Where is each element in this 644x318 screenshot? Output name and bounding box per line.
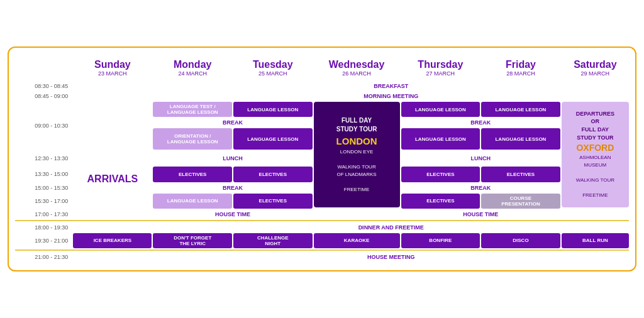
time-1500: 15:00 - 15:30 <box>15 184 72 192</box>
time-1230: 12:30 - 13:30 <box>15 151 72 165</box>
cell-fri-1530: COURSEPRESENTATION <box>481 194 560 209</box>
separator-cell <box>15 220 629 222</box>
day-header-friday: Friday 28 MARCH <box>481 57 560 80</box>
time-1330: 13:30 - 15:00 <box>15 167 72 182</box>
cell-tue-0900: LANGUAGE LESSON <box>233 102 313 117</box>
day-header-wednesday: Wednesday 26 MARCH <box>314 57 400 80</box>
cell-wed-1700 <box>314 210 400 219</box>
break-1030: BREAK <box>153 118 312 127</box>
row-1700: 17:00 - 17:30 HOUSE TIME HOUSE TIME <box>15 210 629 219</box>
day-name-thursday: Thursday <box>402 59 479 70</box>
day-date-thursday: 27 MARCH <box>402 70 479 77</box>
separator-cell-2 <box>15 249 629 251</box>
day-name-wednesday: Wednesday <box>315 59 399 70</box>
cell-mon-1100: ORIENTATION /LANGUAGE LESSON <box>153 128 232 149</box>
time-2100: 21:00 - 21:30 <box>15 253 72 261</box>
wed-sub: LONDON EYEWALKING TOUROF LNADMARKSFREETI… <box>316 148 398 194</box>
header-row: Sunday 23 MARCH Monday 24 MARCH Tuesday … <box>15 57 629 80</box>
day-header-tuesday: Tuesday 25 MARCH <box>233 57 313 80</box>
day-date-saturday: 29 MARCH <box>563 70 628 77</box>
time-0845: 08:45 - 09:00 <box>15 92 72 101</box>
day-header-monday: Monday 24 MARCH <box>153 57 232 80</box>
wed-city: LONDON <box>316 136 398 146</box>
cell-fri-1100: LANGUAGE LESSON <box>481 128 560 149</box>
cell-tue-challenge: CHALLENGENIGHT <box>233 233 313 248</box>
row-2100: 21:00 - 21:30 HOUSE MEETING <box>15 253 629 261</box>
housetime-1700-left: HOUSE TIME <box>153 210 312 219</box>
cell-sun-0845 <box>73 92 152 101</box>
cell-thu-1330: ELECTIVES <box>401 167 480 182</box>
cell-fri-0900: LANGUAGE LESSON <box>481 102 560 117</box>
lunch-1230-thu: LUNCH <box>401 151 560 165</box>
day-header-thursday: Thursday 27 MARCH <box>401 57 480 80</box>
cell-sun-2100 <box>73 253 152 261</box>
cell-sun-1700 <box>73 210 152 219</box>
cell-thu-0900: LANGUAGE LESSON <box>401 102 480 117</box>
day-date-sunday: 23 MARCH <box>74 70 150 77</box>
cell-sun-0900 <box>73 102 152 149</box>
cell-thu-1100: LANGUAGE LESSON <box>401 128 480 149</box>
cell-sat-ballrun: BALL RUN <box>562 233 629 248</box>
row-1930: 19:30 - 21:00 ICE BREAKERS DON'T FORGETT… <box>15 233 629 248</box>
time-1530: 15:30 - 17:00 <box>15 194 72 209</box>
dinner-freetime-label: DINNER AND FREETIME <box>153 223 629 232</box>
day-header-sunday: Sunday 23 MARCH <box>73 57 152 80</box>
day-date-wednesday: 26 MARCH <box>315 70 399 77</box>
day-name-monday: Monday <box>154 59 231 70</box>
corner-cell <box>15 57 72 80</box>
cell-tue-1330: ELECTIVES <box>233 167 313 182</box>
time-1700: 17:00 - 17:30 <box>15 210 72 219</box>
separator-row-2 <box>15 249 629 251</box>
day-date-tuesday: 25 MARCH <box>235 70 311 77</box>
time-1800: 18:00 - 19:30 <box>15 223 72 232</box>
housetime-1700-right: HOUSE TIME <box>401 210 560 219</box>
breakfast-label: BREAKFAST <box>153 82 629 90</box>
cell-wed-fullday: FULL DAYSTUDY TOUR LONDON LONDON EYEWALK… <box>314 102 400 207</box>
time-0830: 08:30 - 08:45 <box>15 82 72 90</box>
cell-thu-bonfire: BONFIRE <box>401 233 480 248</box>
day-name-sunday: Sunday <box>74 59 150 70</box>
day-name-saturday: Saturday <box>563 59 628 70</box>
day-header-saturday: Saturday 29 MARCH <box>562 57 629 80</box>
cell-mon-1530: LANGUAGE LESSON <box>153 194 232 209</box>
cell-mon-0900: LANGUAGE TEST /LANGUAGE LESSON <box>153 102 232 117</box>
cell-wed-karaoke: KARAOKE <box>314 233 400 248</box>
cell-sun-arrivals: ARRIVALS <box>73 151 152 207</box>
break-1500: BREAK <box>153 184 312 192</box>
morning-meeting-label: MORNING MEETING <box>153 92 629 101</box>
row-1800: 18:00 - 19:30 DINNER AND FREETIME <box>15 223 629 232</box>
cell-sat-1700 <box>562 210 629 219</box>
cell-tue-1530: ELECTIVES <box>233 194 313 209</box>
sat-sub: ASHMOLEANMUSEUMWALKING TOURFREETIME <box>564 154 627 199</box>
schedule-table: Sunday 23 MARCH Monday 24 MARCH Tuesday … <box>14 55 630 262</box>
time-1930: 19:30 - 21:00 <box>15 233 72 248</box>
sat-fullday-title: DEPARTURESORFULL DAYSTUDY TOUR <box>564 110 627 141</box>
cell-fri-1330: ELECTIVES <box>481 167 560 182</box>
cell-sun-0830 <box>73 82 152 90</box>
break-1500-thu: BREAK <box>401 184 560 192</box>
cell-tue-1100: LANGUAGE LESSON <box>233 128 313 149</box>
day-name-friday: Friday <box>482 59 559 70</box>
cell-sun-1800 <box>73 223 152 232</box>
separator-row <box>15 220 629 222</box>
lunch-1230: LUNCH <box>153 151 312 165</box>
row-0830: 08:30 - 08:45 BREAKFAST <box>15 82 629 90</box>
time-0900: 09:00 - 10:30 <box>15 102 72 149</box>
row-0845: 08:45 - 09:00 MORNING MEETING <box>15 92 629 101</box>
cell-fri-disco: DISCO <box>481 233 560 248</box>
day-name-tuesday: Tuesday <box>235 59 311 70</box>
break-1030-thu: BREAK <box>401 118 560 127</box>
schedule-container: Sunday 23 MARCH Monday 24 MARCH Tuesday … <box>8 47 636 271</box>
day-date-friday: 28 MARCH <box>482 70 559 77</box>
cell-sat-fullday: DEPARTURESORFULL DAYSTUDY TOUR OXFORD AS… <box>562 102 629 207</box>
cell-mon-1330: ELECTIVES <box>153 167 232 182</box>
sat-city: OXFORD <box>564 143 627 153</box>
cell-sun-icebreakers: ICE BREAKERS <box>73 233 152 248</box>
cell-mon-dontforget: DON'T FORGETTHE LYRIC <box>153 233 232 248</box>
day-date-monday: 24 MARCH <box>154 70 231 77</box>
cell-thu-1530: ELECTIVES <box>401 194 480 209</box>
house-meeting-label: HOUSE MEETING <box>153 253 629 261</box>
wed-fullday-title: FULL DAYSTUDY TOUR <box>316 116 398 134</box>
